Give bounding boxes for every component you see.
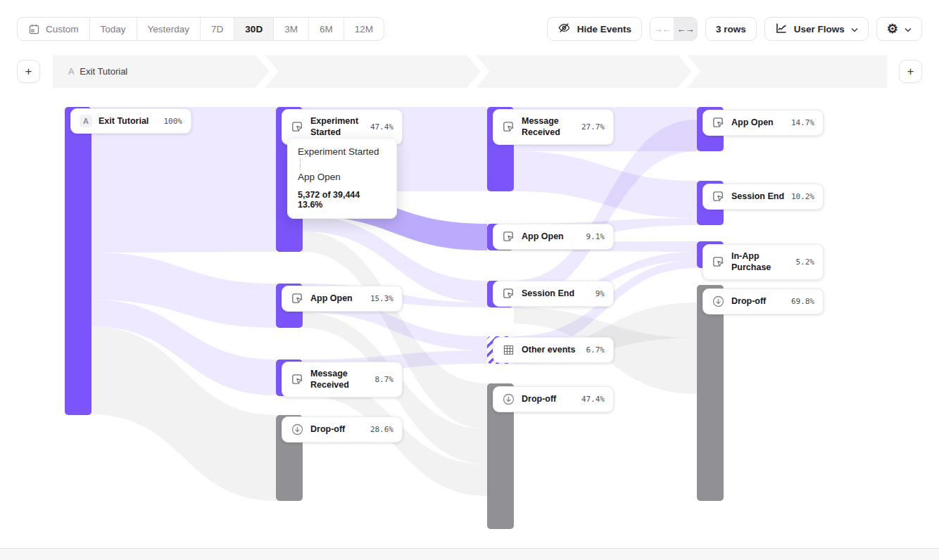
node-label: Drop-off bbox=[310, 424, 345, 435]
node-percent: 14.7% bbox=[791, 118, 814, 127]
node-label: App Open bbox=[731, 117, 774, 128]
node-label: Message Received bbox=[522, 115, 575, 139]
node-card-drop-off[interactable]: Drop-off28.6% bbox=[282, 416, 403, 443]
node-percent: 100% bbox=[164, 117, 183, 126]
node-label: Exit Tutorial bbox=[99, 115, 149, 127]
node-card-in-app-purchase[interactable]: In-App Purchase5.2% bbox=[702, 244, 824, 280]
node-label: Session End bbox=[731, 191, 784, 202]
event-icon bbox=[291, 120, 304, 134]
node-label: Other events bbox=[522, 344, 575, 355]
node-label: Session End bbox=[522, 288, 574, 299]
node-percent: 47.4% bbox=[581, 395, 605, 404]
event-icon bbox=[712, 255, 725, 269]
node-percent: 28.6% bbox=[370, 425, 393, 434]
node-card-app-open[interactable]: App Open15.3% bbox=[282, 286, 403, 312]
drop-off-icon bbox=[712, 295, 725, 308]
node-card-drop-off[interactable]: Drop-off47.4% bbox=[493, 386, 614, 412]
event-icon bbox=[712, 116, 725, 129]
step-a-badge: A bbox=[80, 115, 92, 127]
node-card-session-end[interactable]: Session End9% bbox=[493, 281, 614, 307]
tooltip-stat: 5,372 of 39,444 13.6% bbox=[298, 190, 386, 210]
node-percent: 69.8% bbox=[791, 297, 814, 306]
node-percent: 9.1% bbox=[586, 232, 605, 241]
node-percent: 9% bbox=[595, 289, 605, 298]
node-percent: 8.7% bbox=[375, 375, 394, 384]
node-label: App Open bbox=[522, 231, 564, 242]
tooltip-target-event: App Open bbox=[298, 172, 386, 182]
node-card-exit-tutorial[interactable]: AExit Tutorial100% bbox=[70, 108, 191, 134]
node-card-message-received[interactable]: Message Received27.7% bbox=[493, 109, 614, 145]
node-percent: 15.3% bbox=[370, 294, 393, 303]
node-label: Experiment Started bbox=[310, 115, 364, 139]
node-bar-exit-tutorial[interactable] bbox=[65, 107, 92, 415]
node-percent: 6.7% bbox=[586, 345, 605, 355]
event-icon bbox=[502, 120, 515, 134]
node-bar-drop-off[interactable] bbox=[697, 285, 724, 501]
event-icon bbox=[502, 287, 515, 300]
node-card-drop-off[interactable]: Drop-off69.8% bbox=[702, 288, 824, 314]
node-label: Drop-off bbox=[731, 295, 766, 307]
event-icon bbox=[291, 292, 304, 305]
step-a-badge-wrap: A bbox=[80, 115, 92, 127]
node-percent: 27.7% bbox=[581, 122, 605, 132]
node-percent: 5.2% bbox=[796, 257, 815, 267]
footer-strip bbox=[0, 548, 939, 560]
node-percent: 10.2% bbox=[791, 192, 814, 201]
node-percent: 47.4% bbox=[370, 122, 393, 132]
event-icon bbox=[502, 230, 515, 243]
other-events-grid-icon bbox=[502, 343, 515, 357]
event-icon bbox=[712, 190, 725, 203]
node-card-app-open[interactable]: App Open9.1% bbox=[493, 224, 614, 250]
tooltip-connector bbox=[300, 159, 301, 170]
node-label: App Open bbox=[310, 293, 353, 304]
node-card-app-open[interactable]: App Open14.7% bbox=[702, 110, 824, 136]
tooltip-source-event: Experiment Started bbox=[298, 146, 386, 157]
drop-off-icon bbox=[502, 393, 515, 406]
sankey-ribbons bbox=[0, 0, 939, 560]
node-card-other-events[interactable]: Other events6.7% bbox=[493, 337, 614, 363]
drop-off-icon bbox=[291, 423, 304, 436]
node-label: Message Received bbox=[310, 368, 369, 391]
link-tooltip: Experiment Started App Open 5,372 of 39,… bbox=[287, 138, 397, 219]
node-card-message-received[interactable]: Message Received8.7% bbox=[282, 362, 403, 397]
node-card-session-end[interactable]: Session End10.2% bbox=[702, 184, 824, 210]
event-icon bbox=[291, 373, 304, 386]
node-label: Drop-off bbox=[522, 393, 556, 405]
node-label: In-App Purchase bbox=[731, 250, 790, 274]
